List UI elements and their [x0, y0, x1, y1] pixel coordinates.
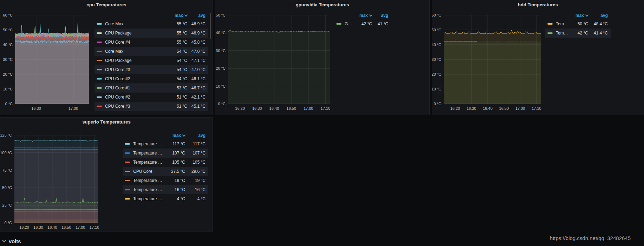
series-avg-value: 42.1 °C [187, 95, 206, 100]
svg-text:17:00: 17:00 [76, 225, 85, 229]
series-color-swatch-icon[interactable] [97, 51, 102, 52]
svg-text:30 °C: 30 °C [216, 49, 226, 53]
legend-row[interactable]: Temperature42 °C41.4 °C [545, 29, 611, 38]
series-label[interactable]: Temperature #4 [133, 160, 163, 165]
legend-row[interactable]: CPU Core37.5 °C29.6 °C [123, 167, 208, 176]
series-color-swatch-icon[interactable] [97, 69, 102, 70]
legend-row[interactable]: Temperature50 °C48.4 °C [545, 19, 611, 29]
series-color-swatch-icon[interactable] [125, 180, 130, 181]
svg-text:30 °C: 30 °C [3, 57, 13, 62]
legend-sort-avg[interactable]: avg [187, 13, 206, 18]
series-label[interactable]: Temperature #6 [133, 187, 163, 192]
legend-row[interactable]: CPU Package54 °C47.1 °C [95, 56, 208, 65]
legend-sort-max[interactable]: max [163, 133, 185, 138]
series-max-value: 54 °C [165, 49, 187, 54]
series-avg-value: 105 °C [185, 160, 206, 165]
legend-row[interactable]: CPU Core #354 °C47.0 °C [95, 65, 208, 74]
legend-row[interactable]: Temperature #616 °C16 °C [123, 185, 208, 194]
series-avg-value: 41 °C [372, 21, 388, 26]
legend-row[interactable]: Core Max54 °C47.0 °C [95, 47, 208, 56]
svg-text:17:00: 17:00 [69, 106, 78, 111]
series-label[interactable]: Core Max [105, 49, 165, 54]
legend-row[interactable]: CPU Core #455 °C45.8 °C [95, 38, 208, 47]
legend-row[interactable]: CPU Core #251 °C42.1 °C [95, 93, 208, 102]
series-color-swatch-icon[interactable] [97, 42, 102, 43]
series-avg-value: 46.9 °C [187, 31, 206, 36]
series-max-value: 53 °C [165, 86, 187, 90]
svg-text:16:30: 16:30 [31, 106, 41, 111]
svg-text:16:50: 16:50 [499, 106, 509, 111]
legend-row[interactable]: Temperature #2117 °C117 °C [123, 139, 208, 149]
svg-text:17:00: 17:00 [515, 106, 525, 111]
series-color-swatch-icon[interactable] [97, 78, 102, 80]
series-label[interactable]: Temperature #1 [133, 196, 163, 201]
hdd-temperatures-chart[interactable]: 60 °C50 °C40 °C30 °C20 °C10 °C0 °C16:201… [432, 0, 644, 115]
series-label[interactable]: CPU Core #4 [105, 40, 165, 45]
svg-text:40 °C: 40 °C [216, 31, 226, 35]
series-avg-value: 46.7 °C [187, 86, 206, 90]
series-label[interactable]: Temperature [556, 31, 568, 36]
series-label[interactable]: Temperature [556, 21, 568, 26]
series-label[interactable]: CPU Core #2 [105, 76, 165, 81]
svg-text:17:10: 17:10 [532, 106, 541, 111]
series-color-swatch-icon[interactable] [547, 23, 553, 25]
series-label[interactable]: Temperature #5 [133, 151, 163, 156]
series-color-swatch-icon[interactable] [547, 32, 553, 34]
series-color-swatch-icon[interactable] [97, 23, 102, 25]
legend-row[interactable]: Temperature #5107 °C107 °C [123, 149, 208, 158]
legend-row[interactable]: Temperature #319 °C19 °C [123, 176, 208, 185]
svg-text:40 °C: 40 °C [432, 43, 441, 47]
dashboard-row-volts[interactable]: Volts [3, 237, 21, 245]
legend-row[interactable]: Temperature #14 °C4 °C [123, 194, 208, 203]
series-label[interactable]: CPU Core #3 [105, 67, 165, 72]
series-label[interactable]: CPU Package [105, 31, 165, 36]
series-max-value: 54 °C [165, 67, 187, 72]
series-label[interactable]: CPU Core #1 [105, 86, 165, 90]
series-color-swatch-icon[interactable] [336, 23, 341, 25]
svg-text:20 °C: 20 °C [216, 66, 226, 70]
legend-row[interactable]: CPU Package55 °C46.9 °C [95, 29, 208, 38]
series-label[interactable]: CPU Core #3 [105, 104, 165, 109]
svg-text:0 °C: 0 °C [434, 102, 441, 106]
series-color-swatch-icon[interactable] [125, 143, 130, 145]
series-label[interactable]: Core Max [105, 21, 165, 26]
series-label[interactable]: CPU Core #2 [105, 95, 165, 100]
svg-text:10 °C: 10 °C [216, 84, 226, 88]
series-color-swatch-icon[interactable] [125, 152, 130, 154]
series-label[interactable]: CPU Package [105, 58, 165, 63]
legend-sort-max[interactable]: max [354, 13, 372, 18]
series-max-value: 54 °C [165, 76, 187, 81]
legend-sort-avg[interactable]: avg [372, 13, 388, 18]
gpunvidia-temperatures-chart[interactable]: 50 °C40 °C30 °C20 °C10 °C0 °C16:2016:301… [215, 0, 429, 115]
svg-text:30 °C: 30 °C [432, 57, 441, 62]
series-label[interactable]: Temperature #3 [133, 178, 163, 183]
series-label[interactable]: GPU Core [345, 21, 354, 26]
legend-sort-avg[interactable]: avg [185, 133, 206, 138]
legend-sort-avg[interactable]: avg [588, 13, 608, 18]
series-color-swatch-icon[interactable] [97, 87, 102, 89]
series-color-swatch-icon[interactable] [97, 96, 102, 98]
legend-row[interactable]: CPU Core #351 °C45.1 °C [95, 102, 208, 111]
legend-row[interactable]: CPU Core #153 °C46.7 °C [95, 83, 208, 93]
series-color-swatch-icon[interactable] [125, 198, 130, 200]
series-max-value: 107 °C [163, 151, 185, 156]
legend-row[interactable]: Temperature #4105 °C105 °C [123, 158, 208, 167]
series-label[interactable]: Temperature #2 [133, 141, 163, 146]
legend-row[interactable]: GPU Core42 °C41 °C [334, 19, 391, 29]
legend-sort-max[interactable]: max [568, 13, 588, 18]
series-avg-value: 45.8 °C [187, 40, 206, 45]
series-label[interactable]: CPU Core [133, 169, 163, 174]
series-color-swatch-icon[interactable] [97, 60, 102, 61]
series-color-swatch-icon[interactable] [125, 171, 130, 172]
series-color-swatch-icon[interactable] [125, 162, 130, 163]
svg-text:16:40: 16:40 [483, 106, 493, 111]
legend-scrollbar[interactable] [210, 13, 211, 39]
series-color-swatch-icon[interactable] [97, 32, 102, 34]
legend-header: maxavg [95, 12, 208, 19]
series-color-swatch-icon[interactable] [97, 106, 102, 107]
legend-row[interactable]: Core Max55 °C46.9 °C [95, 19, 208, 29]
series-max-value: 37.5 °C [163, 169, 185, 174]
legend-sort-max[interactable]: max [165, 13, 187, 18]
series-color-swatch-icon[interactable] [125, 189, 130, 190]
legend-row[interactable]: CPU Core #254 °C46.1 °C [95, 74, 208, 83]
